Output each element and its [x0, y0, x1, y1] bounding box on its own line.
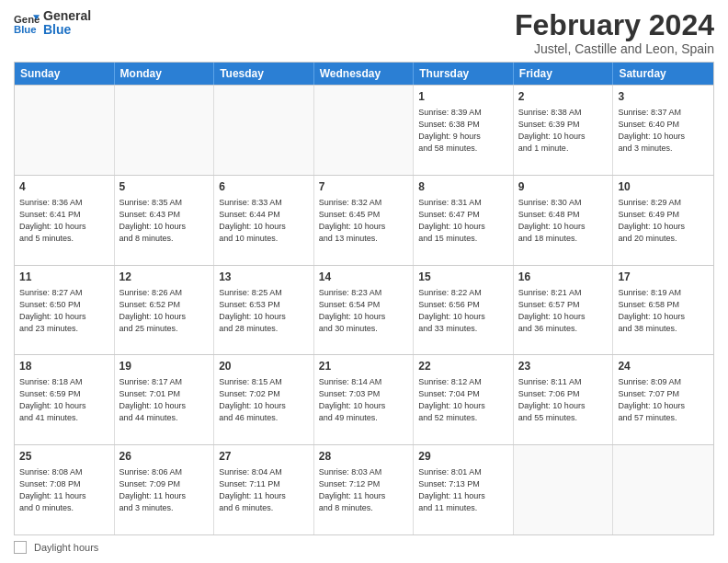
calendar: SundayMondayTuesdayWednesdayThursdayFrid… [14, 62, 714, 535]
calendar-cell: 18Sunrise: 8:18 AM Sunset: 6:59 PM Dayli… [15, 355, 115, 444]
calendar-cell: 22Sunrise: 8:12 AM Sunset: 7:04 PM Dayli… [414, 355, 514, 444]
day-number: 19 [119, 359, 210, 374]
logo: General Blue General Blue [14, 9, 91, 38]
location-title: Justel, Castille and Leon, Spain [515, 41, 714, 56]
day-number: 17 [618, 270, 709, 285]
calendar-cell: 25Sunrise: 8:08 AM Sunset: 7:08 PM Dayli… [15, 445, 115, 534]
day-number: 23 [518, 359, 609, 374]
calendar-row-0: 1Sunrise: 8:39 AM Sunset: 6:38 PM Daylig… [15, 85, 713, 175]
day-number: 18 [19, 359, 109, 374]
day-number: 22 [418, 359, 508, 374]
svg-text:Blue: Blue [14, 24, 37, 35]
day-number: 21 [319, 359, 409, 374]
logo-general: General [43, 9, 91, 23]
day-info: Sunrise: 8:03 AM Sunset: 7:12 PM Dayligh… [319, 466, 409, 514]
logo-icon: General Blue [14, 10, 40, 36]
calendar-cell: 14Sunrise: 8:23 AM Sunset: 6:54 PM Dayli… [314, 266, 415, 355]
calendar-body: 1Sunrise: 8:39 AM Sunset: 6:38 PM Daylig… [15, 85, 713, 534]
legend-label: Daylight hours [34, 542, 98, 553]
day-info: Sunrise: 8:14 AM Sunset: 7:03 PM Dayligh… [319, 376, 409, 424]
header-day-sunday: Sunday [15, 63, 115, 85]
day-info: Sunrise: 8:30 AM Sunset: 6:48 PM Dayligh… [518, 197, 609, 245]
calendar-cell: 2Sunrise: 8:38 AM Sunset: 6:39 PM Daylig… [514, 86, 614, 175]
header-day-tuesday: Tuesday [214, 63, 314, 85]
day-number: 3 [618, 89, 709, 105]
calendar-cell: 19Sunrise: 8:17 AM Sunset: 7:01 PM Dayli… [115, 355, 215, 444]
day-info: Sunrise: 8:32 AM Sunset: 6:45 PM Dayligh… [319, 197, 409, 245]
calendar-cell [613, 445, 713, 534]
calendar-cell: 7Sunrise: 8:32 AM Sunset: 6:45 PM Daylig… [314, 176, 415, 265]
day-info: Sunrise: 8:21 AM Sunset: 6:57 PM Dayligh… [518, 287, 609, 335]
day-info: Sunrise: 8:18 AM Sunset: 6:59 PM Dayligh… [19, 376, 109, 424]
day-number: 29 [418, 449, 508, 465]
day-info: Sunrise: 8:25 AM Sunset: 6:53 PM Dayligh… [219, 287, 309, 335]
day-info: Sunrise: 8:37 AM Sunset: 6:40 PM Dayligh… [618, 107, 709, 155]
calendar-cell [115, 86, 215, 175]
day-number: 4 [19, 179, 109, 195]
day-info: Sunrise: 8:38 AM Sunset: 6:39 PM Dayligh… [518, 107, 609, 155]
day-number: 10 [618, 179, 709, 195]
day-number: 13 [219, 270, 309, 285]
day-number: 1 [418, 89, 508, 105]
calendar-cell: 26Sunrise: 8:06 AM Sunset: 7:09 PM Dayli… [115, 445, 215, 534]
day-info: Sunrise: 8:11 AM Sunset: 7:06 PM Dayligh… [518, 376, 609, 424]
day-number: 11 [19, 270, 109, 285]
legend-box [14, 541, 27, 554]
calendar-cell [15, 86, 115, 175]
calendar-cell: 20Sunrise: 8:15 AM Sunset: 7:02 PM Dayli… [214, 355, 314, 444]
day-info: Sunrise: 8:06 AM Sunset: 7:09 PM Dayligh… [119, 466, 210, 514]
calendar-cell: 10Sunrise: 8:29 AM Sunset: 6:49 PM Dayli… [613, 176, 713, 265]
day-info: Sunrise: 8:31 AM Sunset: 6:47 PM Dayligh… [418, 197, 508, 245]
day-number: 27 [219, 449, 309, 465]
day-info: Sunrise: 8:09 AM Sunset: 7:07 PM Dayligh… [618, 376, 709, 424]
calendar-cell: 23Sunrise: 8:11 AM Sunset: 7:06 PM Dayli… [514, 355, 614, 444]
day-info: Sunrise: 8:36 AM Sunset: 6:41 PM Dayligh… [19, 197, 109, 245]
calendar-cell: 6Sunrise: 8:33 AM Sunset: 6:44 PM Daylig… [214, 176, 314, 265]
calendar-cell: 3Sunrise: 8:37 AM Sunset: 6:40 PM Daylig… [613, 86, 713, 175]
day-number: 15 [418, 270, 508, 285]
day-info: Sunrise: 8:35 AM Sunset: 6:43 PM Dayligh… [119, 197, 210, 245]
day-info: Sunrise: 8:27 AM Sunset: 6:50 PM Dayligh… [19, 287, 109, 335]
header: General Blue General Blue February 2024 … [14, 9, 714, 56]
calendar-cell: 17Sunrise: 8:19 AM Sunset: 6:58 PM Dayli… [613, 266, 713, 355]
calendar-cell: 11Sunrise: 8:27 AM Sunset: 6:50 PM Dayli… [15, 266, 115, 355]
calendar-cell: 29Sunrise: 8:01 AM Sunset: 7:13 PM Dayli… [414, 445, 514, 534]
day-number: 9 [518, 179, 609, 195]
day-info: Sunrise: 8:33 AM Sunset: 6:44 PM Dayligh… [219, 197, 309, 245]
day-info: Sunrise: 8:17 AM Sunset: 7:01 PM Dayligh… [119, 376, 210, 424]
calendar-cell: 16Sunrise: 8:21 AM Sunset: 6:57 PM Dayli… [514, 266, 614, 355]
calendar-cell: 15Sunrise: 8:22 AM Sunset: 6:56 PM Dayli… [414, 266, 514, 355]
day-number: 12 [119, 270, 210, 285]
day-info: Sunrise: 8:23 AM Sunset: 6:54 PM Dayligh… [319, 287, 409, 335]
day-info: Sunrise: 8:29 AM Sunset: 6:49 PM Dayligh… [618, 197, 709, 245]
day-info: Sunrise: 8:04 AM Sunset: 7:11 PM Dayligh… [219, 466, 309, 514]
day-info: Sunrise: 8:12 AM Sunset: 7:04 PM Dayligh… [418, 376, 508, 424]
header-day-thursday: Thursday [414, 63, 514, 85]
day-number: 6 [219, 179, 309, 195]
title-block: February 2024 Justel, Castille and Leon,… [515, 9, 714, 56]
header-day-wednesday: Wednesday [314, 63, 415, 85]
calendar-cell: 5Sunrise: 8:35 AM Sunset: 6:43 PM Daylig… [115, 176, 215, 265]
calendar-cell: 9Sunrise: 8:30 AM Sunset: 6:48 PM Daylig… [514, 176, 614, 265]
day-number: 7 [319, 179, 409, 195]
footer: Daylight hours [14, 541, 714, 554]
calendar-cell: 27Sunrise: 8:04 AM Sunset: 7:11 PM Dayli… [214, 445, 314, 534]
calendar-row-4: 25Sunrise: 8:08 AM Sunset: 7:08 PM Dayli… [15, 444, 713, 534]
logo-blue: Blue [43, 23, 91, 37]
page: General Blue General Blue February 2024 … [0, 0, 728, 563]
calendar-cell [314, 86, 415, 175]
calendar-cell: 13Sunrise: 8:25 AM Sunset: 6:53 PM Dayli… [214, 266, 314, 355]
calendar-cell: 28Sunrise: 8:03 AM Sunset: 7:12 PM Dayli… [314, 445, 415, 534]
day-number: 26 [119, 449, 210, 465]
calendar-row-1: 4Sunrise: 8:36 AM Sunset: 6:41 PM Daylig… [15, 175, 713, 265]
day-number: 5 [119, 179, 210, 195]
calendar-header: SundayMondayTuesdayWednesdayThursdayFrid… [15, 63, 713, 85]
day-info: Sunrise: 8:01 AM Sunset: 7:13 PM Dayligh… [418, 466, 508, 514]
day-number: 14 [319, 270, 409, 285]
day-info: Sunrise: 8:26 AM Sunset: 6:52 PM Dayligh… [119, 287, 210, 335]
day-number: 2 [518, 89, 609, 105]
calendar-row-3: 18Sunrise: 8:18 AM Sunset: 6:59 PM Dayli… [15, 354, 713, 444]
day-number: 16 [518, 270, 609, 285]
day-number: 25 [19, 449, 109, 465]
calendar-cell: 21Sunrise: 8:14 AM Sunset: 7:03 PM Dayli… [314, 355, 415, 444]
